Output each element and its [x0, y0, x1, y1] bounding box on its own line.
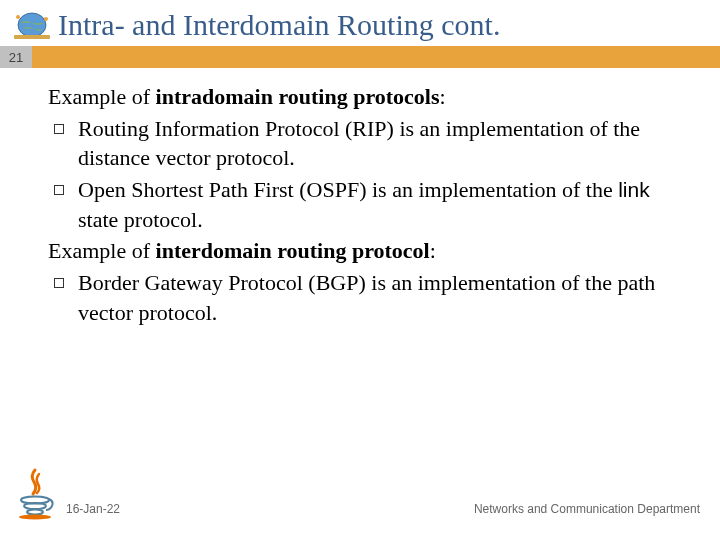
link-text: link [618, 178, 650, 201]
bullet-icon [54, 124, 64, 134]
bullet-item: Routing Information Protocol (RIP) is an… [48, 114, 690, 173]
svg-rect-2 [14, 35, 50, 39]
heading-prefix: Example of [48, 84, 156, 109]
accent-stripe: 21 [0, 46, 720, 68]
svg-point-4 [44, 17, 48, 21]
bullet-item: Border Gateway Protocol (BGP) is an impl… [48, 268, 690, 327]
bullet-text-ospf: Open Shortest Path First (OSPF) is an im… [78, 175, 690, 234]
page-number: 21 [0, 46, 32, 68]
svg-point-6 [24, 503, 46, 509]
slide-title: Intra- and Interdomain Routing cont. [58, 8, 500, 42]
footer-department: Networks and Communication Department [474, 502, 700, 516]
heading-suffix: : [430, 238, 436, 263]
bullet-text-part: state protocol. [78, 207, 203, 232]
slide-header: Intra- and Interdomain Routing cont. [0, 0, 720, 46]
svg-point-8 [19, 515, 51, 520]
bullet-icon [54, 278, 64, 288]
bullet-text-bgp: Border Gateway Protocol (BGP) is an impl… [78, 268, 690, 327]
orange-bar [32, 46, 720, 68]
slide-body: Example of intradomain routing protocols… [0, 68, 720, 328]
bullet-icon [54, 185, 64, 195]
heading-prefix: Example of [48, 238, 156, 263]
svg-point-3 [16, 15, 20, 19]
java-logo-icon [12, 466, 58, 522]
bullet-text-part: Open Shortest Path First (OSPF) is an im… [78, 177, 618, 202]
svg-point-7 [27, 510, 43, 515]
intradomain-heading: Example of intradomain routing protocols… [48, 82, 690, 112]
globe-network-icon [12, 9, 52, 41]
slide-footer: 16-Jan-22 Networks and Communication Dep… [0, 466, 720, 522]
bullet-text-rip: Routing Information Protocol (RIP) is an… [78, 114, 690, 173]
heading-bold: intradomain routing protocols [156, 84, 440, 109]
footer-date: 16-Jan-22 [66, 502, 120, 516]
bullet-item: Open Shortest Path First (OSPF) is an im… [48, 175, 690, 234]
heading-suffix: : [440, 84, 446, 109]
interdomain-heading: Example of interdomain routing protocol: [48, 236, 690, 266]
heading-bold: interdomain routing protocol [156, 238, 430, 263]
